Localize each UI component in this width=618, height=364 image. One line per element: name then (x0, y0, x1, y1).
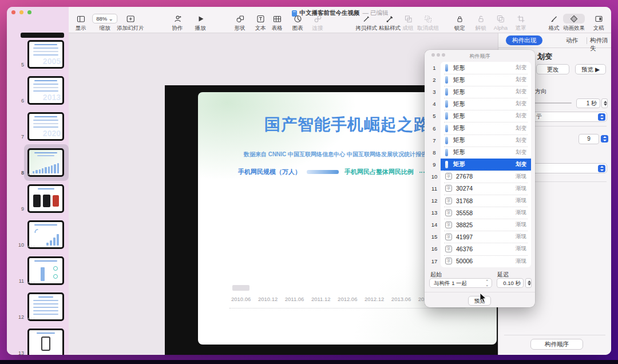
duration-stepper[interactable] (601, 98, 608, 108)
unlock-icon (476, 14, 486, 23)
slide-thumbnail-row: 5 2005 (7, 40, 69, 72)
slide-thumbnail-13[interactable] (27, 329, 64, 355)
change-effect-button[interactable]: 更改 (536, 64, 569, 74)
shape-build-icon (445, 161, 448, 168)
build-row[interactable]: 1矩形划变 (428, 62, 531, 74)
build-row[interactable]: 7矩形划变 (428, 134, 531, 147)
chart-first-bar[interactable] (232, 285, 249, 291)
slide-thumbnail-11[interactable] (27, 256, 64, 285)
add-slide-button[interactable]: 添加幻灯片 (117, 14, 144, 32)
mouse-cursor (480, 293, 488, 306)
shapes-button[interactable]: 形状 (235, 14, 245, 32)
lock-icon (454, 14, 465, 23)
tab-build-in[interactable]: 构件出现 (506, 35, 542, 45)
zoom-control[interactable]: 88% ⌄ 缩放 (92, 14, 117, 32)
shape-build-icon (445, 76, 448, 84)
panel-title: 构件顺序 (425, 53, 535, 60)
build-row[interactable]: 4矩形划变 (428, 98, 531, 110)
build-row[interactable]: 15字41997渐现 (428, 231, 531, 243)
shape-build-icon (445, 149, 448, 156)
slide-thumbnail-12[interactable] (27, 292, 64, 321)
text-build-icon: 字 (445, 197, 452, 204)
slide-thumbnail-partial[interactable] (21, 33, 64, 38)
x-tick: 2010.12 (258, 296, 278, 302)
text-button[interactable]: 文本 (255, 14, 266, 32)
slide-thumbnail-9[interactable] (27, 184, 64, 213)
slide-thumbnail-row: 7 2020 (7, 112, 69, 144)
x-tick: 2013.06 (391, 296, 411, 302)
slide-number: 10 (9, 242, 24, 248)
chart-button[interactable]: 图表 (292, 14, 303, 32)
build-progress-dots (27, 282, 35, 283)
format-button[interactable]: 格式 (549, 14, 560, 32)
animate-button[interactable]: 动画效果 (563, 14, 585, 32)
build-row[interactable]: 10字27678渐现 (428, 171, 531, 183)
divider (504, 335, 605, 335)
build-order-button[interactable]: 构件顺序 (530, 339, 583, 350)
chart-legend[interactable]: 手机网民规模（万人） 手机网民占整体网民比例 (238, 168, 442, 176)
paste-style-icon (379, 14, 401, 23)
delay-stepper[interactable] (525, 278, 532, 288)
start-dropdown[interactable]: 与构件 1 一起⌃⌄ (429, 278, 492, 288)
build-count-field[interactable]: 9 (579, 134, 599, 144)
build-row[interactable]: 12字31768渐现 (428, 195, 531, 207)
close-button[interactable] (11, 10, 15, 14)
build-row[interactable]: 11字30274渐现 (428, 183, 531, 195)
ungroup-icon (417, 14, 439, 23)
collaborate-button[interactable]: 协作 (172, 14, 183, 32)
build-count-stepper[interactable] (601, 135, 608, 143)
minimize-button[interactable] (19, 10, 23, 14)
chevron-updown-icon: ⌃⌄ (485, 280, 489, 287)
build-row-selected[interactable]: 9矩形划变 (428, 159, 531, 171)
slide-thumbnail-7[interactable]: 2020 (27, 112, 64, 141)
slide-thumbnail-row: 9 (7, 184, 69, 216)
document-button[interactable]: 文稿 (593, 14, 604, 32)
build-row[interactable]: 14字38825渐现 (428, 219, 531, 231)
slide-navigator: 5 2005 6 2013 7 2020 8 9 10 (7, 7, 69, 355)
build-row[interactable]: 13字35558渐现 (428, 207, 531, 219)
build-row[interactable]: 16字46376渐现 (428, 243, 531, 255)
build-row[interactable]: 3矩形划变 (428, 86, 531, 98)
delay-field[interactable]: 0.10 秒 (497, 278, 524, 288)
build-row[interactable]: 8矩形划变 (428, 147, 531, 159)
slide-thumbnail-5[interactable]: 2005 (27, 40, 64, 69)
group-icon (403, 14, 414, 23)
duration-field[interactable]: 1 秒 (576, 98, 600, 108)
build-row[interactable]: 5矩形划变 (428, 110, 531, 122)
play-button[interactable]: 播放 (195, 14, 206, 32)
view-button[interactable]: 显示 (76, 14, 86, 32)
text-build-icon: 字 (445, 221, 452, 228)
slide-thumbnail-10[interactable] (27, 220, 64, 249)
table-button[interactable]: 表格 (272, 14, 283, 32)
slide-thumbnail-8[interactable] (27, 148, 64, 177)
slide-thumbnail-row-selected: 8 (7, 148, 69, 180)
table-icon (272, 14, 283, 23)
shape-build-icon (445, 125, 448, 132)
delivery-dropdown[interactable] (530, 163, 607, 173)
build-row[interactable]: 6矩形划变 (428, 122, 531, 134)
tab-action[interactable]: 动作 (566, 37, 578, 45)
build-progress-dots (27, 173, 35, 175)
zoom-value[interactable]: 88% ⌄ (92, 14, 117, 23)
lock-button[interactable]: 锁定 (454, 14, 465, 32)
tab-divider (587, 37, 587, 44)
build-row[interactable]: 17字50006渐现 (428, 255, 531, 267)
ungroup-button: 取消成组 (417, 14, 439, 32)
copy-style-button[interactable]: 拷贝样式 (355, 14, 377, 32)
x-tick: 2012.12 (365, 296, 384, 302)
direction-label: 方向 (535, 88, 546, 96)
start-label: 起始 (430, 271, 442, 279)
paste-style-button[interactable]: 粘贴样式 (379, 14, 401, 32)
legend-bar-label: 手机网民规模（万人） (238, 168, 301, 176)
tab-build-out[interactable]: 构件消失 (590, 37, 611, 53)
text-build-icon: 字 (445, 185, 452, 192)
build-row[interactable]: 2矩形划变 (428, 74, 531, 86)
x-tick: 2011.06 (285, 296, 304, 302)
zoom-button[interactable] (27, 10, 31, 14)
preview-effect-button[interactable]: 预览 ▶ (575, 64, 606, 74)
divider (530, 181, 607, 182)
slide-thumbnail-6[interactable]: 2013 (27, 76, 64, 105)
direction-dropdown[interactable]: 亍 (530, 112, 607, 122)
build-progress-dots (27, 318, 35, 319)
slide-number: 5 (9, 62, 24, 68)
